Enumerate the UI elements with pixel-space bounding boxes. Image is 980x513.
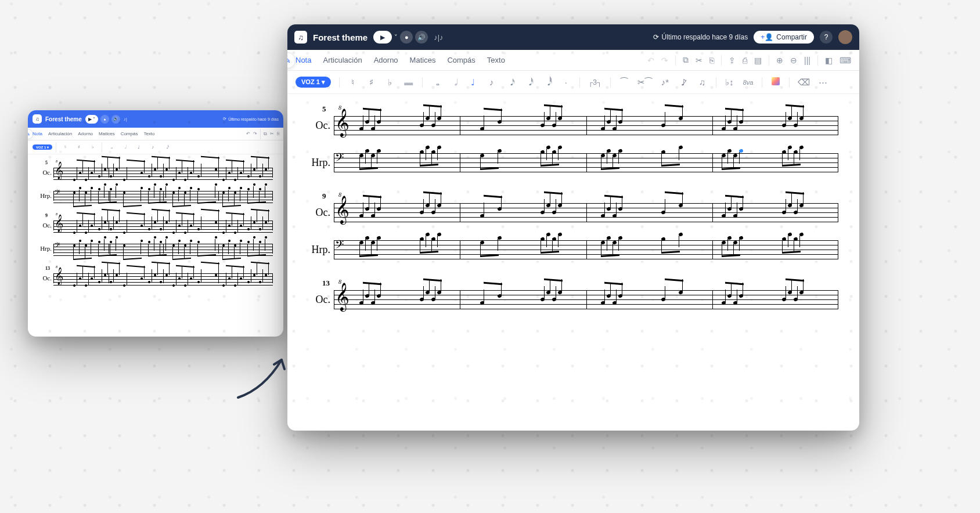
paste-icon[interactable]: ⎘ [277,131,280,136]
tab-texto[interactable]: Texto [143,131,154,136]
cut-icon[interactable]: ✂ [270,131,274,136]
mixer-icon[interactable]: ♪|♪ [434,33,443,42]
help-button[interactable]: ? [820,31,833,44]
note-toolbar: VOZ 1 ▾ ♮ ♯ ♭ 𝅝 𝅗𝅥 ♩ ♪ 𝅘𝅥𝅯 [28,140,283,154]
tie-icon[interactable]: ⁀ [619,77,629,88]
sixteenth-note-icon[interactable]: 𝅘𝅥𝅯 [161,144,172,150]
thirtysecond-note-icon[interactable]: 𝅘𝅥𝅰 [524,77,534,88]
quarter-note-icon[interactable]: ♩ [468,77,478,88]
beam-icon[interactable]: ♫ [697,77,708,87]
delete-icon[interactable]: ⌫ [798,77,810,88]
layout-icon[interactable]: ▤ [754,56,762,65]
undo-icon[interactable]: ↶ [246,131,250,136]
audio-button[interactable]: 🔊 [111,115,120,124]
user-avatar[interactable] [838,30,852,44]
staff[interactable]: 8 𝄞 [334,200,838,225]
toolbar-right: ↶ ↷ ⧉ ✂ ⎘ ⇪ ⎙ ▤ ⊕ ⊖ ||| ◧ ⌨ [647,50,851,70]
staff[interactable]: 8 𝄞 [334,287,838,312]
export-icon[interactable]: ⇪ [729,56,736,65]
record-button[interactable]: ● [100,115,109,124]
whole-note-icon[interactable]: 𝅝 [106,144,116,150]
tab-compas[interactable]: Compás [447,56,475,64]
score-canvas[interactable]: 5 Oc. 8 𝄞 Hrp. 𝄢 9 Oc. [287,94,859,312]
tab-adorno[interactable]: Adorno [374,56,398,64]
share-button[interactable]: +👤 Compartir [754,31,814,44]
staff[interactable]: 8 𝄞 [53,270,273,286]
flat-icon[interactable]: ♭ [88,144,98,150]
staff[interactable]: 𝄢 [334,150,838,175]
backup-label: Último respaldo hace 9 días [662,33,748,41]
score-canvas[interactable]: 5 Oc. 8 𝄞 Hrp. 𝄢 9 [28,154,283,286]
slash-icon[interactable]: ♪̷ [679,77,689,88]
play-button[interactable]: ▶ [373,31,392,44]
share-label: Compartir [776,33,807,41]
cut-icon[interactable]: ✂ [696,56,702,65]
color-tool-icon[interactable] [770,77,781,87]
staff[interactable]: 8 𝄞 [53,164,273,180]
mixer-icon[interactable]: ♪| [124,117,127,122]
keyboard-icon[interactable]: ⌨ [840,56,851,65]
redo-icon[interactable]: ↷ [661,56,668,65]
print-icon[interactable]: ⎙ [743,56,747,65]
treble-clef-icon: 𝄞 [335,284,350,309]
play-button[interactable]: ▶ ˅ [85,115,98,124]
bars-icon[interactable]: ||| [804,56,810,65]
flat-icon[interactable]: ♭ [385,77,395,88]
treble-clef-icon: 𝄞 [55,163,63,178]
audio-button[interactable]: 🔊 [415,31,428,44]
dot-icon[interactable]: · [561,77,571,87]
staff[interactable]: 𝄢 [53,240,273,256]
app-window-small: ♫ Forest theme ▶ ˅ ● 🔊 ♪| ⟳ Último respa… [28,110,283,337]
half-note-icon[interactable]: 𝅗𝅥 [120,144,130,150]
panel-icon[interactable]: ◧ [825,56,833,65]
natural-icon[interactable]: ♮ [348,77,358,88]
tab-nota[interactable]: Nota [296,56,311,64]
double-rest-icon[interactable]: ▬ [403,77,414,87]
flat-toggle-icon[interactable]: ♭↕ [725,77,735,88]
sixteenth-note-icon[interactable]: 𝅘𝅥𝅯 [505,77,516,88]
grace-icon[interactable]: ♪* [660,77,671,87]
tab-texto[interactable]: Texto [487,56,505,64]
zoom-in-icon[interactable]: ⊕ [776,56,783,65]
instrument-label: Oc. [308,207,334,219]
instrument-label: Hrp. [308,244,334,256]
quarter-note-icon[interactable]: ♩ [134,144,144,150]
instrument-label: Oc. [38,169,53,176]
staff[interactable]: 𝄢 [53,187,273,204]
sharp-icon[interactable]: ♯ [366,77,377,88]
staff[interactable]: 𝄢 [334,237,838,262]
record-button[interactable]: ● [400,31,413,44]
copy-icon[interactable]: ⧉ [683,55,689,65]
zoom-out-icon[interactable]: ⊖ [790,56,797,65]
tuplet-icon[interactable]: ┌3┐ [588,78,602,86]
tab-matices[interactable]: Matices [410,56,436,64]
tab-articulacion[interactable]: Articulación [323,56,362,64]
cut-tie-icon[interactable]: ✂⁀ [637,77,652,88]
octave-tool[interactable]: 8va [743,79,754,86]
tab-nota[interactable]: Nota [33,131,42,136]
redo-icon[interactable]: ↷ [253,131,257,136]
staff[interactable]: 8 𝄞 [334,113,838,138]
whole-note-icon[interactable]: 𝅝 [431,77,441,88]
instrument-label: Oc. [38,274,53,281]
paste-icon[interactable]: ⎘ [709,56,714,65]
voice-selector[interactable]: VOZ 1 ▾ [296,77,331,88]
app-title: Forest theme [313,32,368,42]
eighth-note-icon[interactable]: ♪ [487,77,497,87]
half-note-icon[interactable]: 𝅗𝅥 [449,77,460,88]
natural-icon[interactable]: ♮ [60,144,70,150]
eighth-note-icon[interactable]: ♪ [147,144,158,150]
tab-articulacion[interactable]: Articulación [48,131,72,136]
more-icon[interactable]: ⋯ [818,77,828,88]
tab-compas[interactable]: Compás [121,131,138,136]
staff[interactable]: 8 𝄞 [53,217,273,233]
sixtyfourth-note-icon[interactable]: 𝅘𝅥𝅱 [542,77,553,88]
copy-icon[interactable]: ⧉ [264,131,267,137]
tab-matices[interactable]: Matices [99,131,115,136]
play-dropdown-icon[interactable]: ˅ [394,34,398,41]
sharp-icon[interactable]: ♯ [74,144,84,150]
tab-bar: Nota Articulación Adorno Matices Compás … [287,50,859,71]
voice-selector[interactable]: VOZ 1 ▾ [33,144,52,150]
tab-adorno[interactable]: Adorno [78,131,93,136]
undo-icon[interactable]: ↶ [647,56,654,65]
